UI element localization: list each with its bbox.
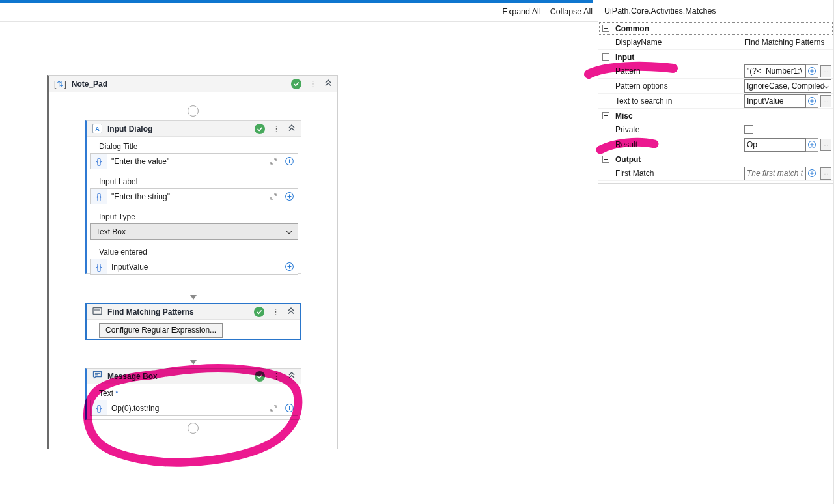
chevron-down-icon <box>286 227 292 236</box>
result-plus-button[interactable] <box>806 138 818 152</box>
input-type-dropdown[interactable]: Text Box <box>90 223 298 240</box>
display-name-label: DisplayName <box>615 38 744 47</box>
find-matching-header[interactable]: Find Matching Patterns ⋮ <box>87 304 300 320</box>
collapse-icon[interactable] <box>288 371 296 381</box>
activity-card-message-box[interactable]: Message Box ⋮ Text* {} Op(0).tostring <box>85 368 301 420</box>
collapse-section-icon[interactable] <box>602 53 609 61</box>
validation-check-icon <box>291 79 301 89</box>
flow-connector <box>193 341 193 360</box>
designer-toolbar: Expand All Collapse All <box>0 3 598 21</box>
expand-all-button[interactable]: Expand All <box>503 7 541 16</box>
activity-card-input-dialog[interactable]: A Input Dialog ⋮ Dialog Title {} "Enter … <box>85 120 301 274</box>
flow-arrowhead <box>190 360 197 365</box>
pattern-label: Pattern <box>615 66 744 76</box>
add-activity-button[interactable] <box>188 105 199 117</box>
row-pattern: Pattern "(?<=Number1:\ ... <box>598 64 833 79</box>
field-plus-button[interactable] <box>281 400 298 415</box>
sequence-title: Note_Pad <box>72 79 107 89</box>
text-to-search-input[interactable]: InputValue <box>744 94 806 108</box>
sequence-header[interactable]: [⇅] Note_Pad ⋮ <box>49 76 337 92</box>
validation-check-icon <box>255 371 265 382</box>
row-first-match: First Match The first match t ... <box>598 166 833 181</box>
open-expression-editor-icon[interactable] <box>266 193 281 200</box>
result-ellipsis-button[interactable]: ... <box>820 139 831 151</box>
input-dialog-icon: A <box>92 124 102 133</box>
open-expression-editor-icon[interactable] <box>266 158 281 165</box>
add-activity-button[interactable] <box>188 423 199 434</box>
collapse-all-button[interactable]: Collapse All <box>550 7 593 16</box>
section-output[interactable]: Output <box>598 152 833 166</box>
collapse-icon[interactable] <box>324 79 332 89</box>
result-input[interactable]: Op <box>744 138 806 152</box>
input-type-label: Input Type <box>99 212 301 221</box>
expression-braces-icon: {} <box>91 400 107 415</box>
input-label-field[interactable]: {} "Enter the string" <box>90 188 298 204</box>
message-text-field[interactable]: {} Op(0).tostring <box>90 400 298 416</box>
private-checkbox[interactable] <box>744 125 753 134</box>
flow-connector <box>193 274 193 295</box>
value-entered-field[interactable]: {} InputValue <box>90 259 298 275</box>
message-box-header[interactable]: Message Box ⋮ <box>87 369 301 384</box>
open-expression-editor-icon[interactable] <box>266 405 281 412</box>
input-label-label: Input Label <box>99 177 301 186</box>
collapse-section-icon[interactable] <box>602 112 609 119</box>
input-type-value: Text Box <box>96 227 286 236</box>
result-label: Result <box>615 140 744 149</box>
find-matching-title: Find Matching Patterns <box>107 307 194 316</box>
dialog-title-label: Dialog Title <box>99 142 301 151</box>
private-label: Private <box>615 125 744 134</box>
pattern-options-label: Pattern options <box>615 81 744 91</box>
message-text-value[interactable]: Op(0).tostring <box>107 404 266 413</box>
validation-check-icon <box>255 124 265 134</box>
field-plus-button[interactable] <box>281 259 298 274</box>
collapse-icon[interactable] <box>287 307 295 316</box>
dialog-title-field[interactable]: {} "Enter the value" <box>90 153 298 169</box>
section-misc[interactable]: Misc <box>598 109 833 122</box>
text-label: Text* <box>99 389 301 398</box>
value-entered-value[interactable]: InputValue <box>107 262 281 272</box>
field-plus-button[interactable] <box>281 154 298 169</box>
first-match-plus-button[interactable] <box>806 167 818 180</box>
sequence-icon: [⇅] <box>54 79 66 89</box>
pattern-plus-button[interactable] <box>806 64 818 78</box>
text-to-search-plus-button[interactable] <box>806 94 818 108</box>
properties-panel: UiPath.Core.Activities.Matches Common Di… <box>598 0 833 504</box>
matches-activity-icon <box>92 307 102 317</box>
context-menu-icon[interactable]: ⋮ <box>272 124 281 133</box>
section-input[interactable]: Input <box>598 50 833 64</box>
section-output-label: Output <box>615 155 641 164</box>
context-menu-icon[interactable]: ⋮ <box>309 79 317 88</box>
pattern-ellipsis-button[interactable]: ... <box>820 65 831 77</box>
collapse-section-icon[interactable] <box>602 25 609 32</box>
dialog-title-value[interactable]: "Enter the value" <box>107 157 266 166</box>
row-text-to-search: Text to search in InputValue ... <box>598 94 833 109</box>
expression-braces-icon: {} <box>91 189 107 204</box>
display-name-value[interactable]: Find Matching Patterns <box>744 38 824 47</box>
pattern-options-dropdown[interactable]: IgnoreCase, Compiled <box>744 79 831 93</box>
chevron-down-icon <box>824 81 829 91</box>
text-to-search-label: Text to search in <box>615 96 744 105</box>
section-input-label: Input <box>615 53 634 62</box>
context-menu-icon[interactable]: ⋮ <box>272 307 280 316</box>
activity-card-find-matching-patterns[interactable]: Find Matching Patterns ⋮ Configure Regul… <box>85 303 301 340</box>
input-dialog-header[interactable]: A Input Dialog ⋮ <box>87 121 301 137</box>
text-to-search-ellipsis-button[interactable]: ... <box>820 95 831 107</box>
message-box-icon <box>92 371 102 382</box>
first-match-label: First Match <box>615 169 744 178</box>
collapse-section-icon[interactable] <box>602 156 609 163</box>
first-match-ellipsis-button[interactable]: ... <box>820 167 831 180</box>
expression-braces-icon: {} <box>91 154 107 169</box>
row-display-name: DisplayName Find Matching Patterns <box>598 35 833 50</box>
context-menu-icon[interactable]: ⋮ <box>272 372 281 380</box>
input-label-value[interactable]: "Enter the string" <box>107 192 266 201</box>
field-plus-button[interactable] <box>281 189 298 204</box>
panel-right-border <box>833 0 834 504</box>
section-common[interactable]: Common <box>598 21 833 35</box>
properties-bottom-divider <box>598 183 833 184</box>
pattern-input[interactable]: "(?<=Number1:\ <box>744 64 806 78</box>
input-dialog-title: Input Dialog <box>107 124 152 133</box>
configure-regex-button[interactable]: Configure Regular Expression... <box>99 323 223 338</box>
first-match-input[interactable]: The first match t <box>744 167 806 180</box>
collapse-icon[interactable] <box>288 124 296 133</box>
row-pattern-options: Pattern options IgnoreCase, Compiled <box>598 79 833 94</box>
